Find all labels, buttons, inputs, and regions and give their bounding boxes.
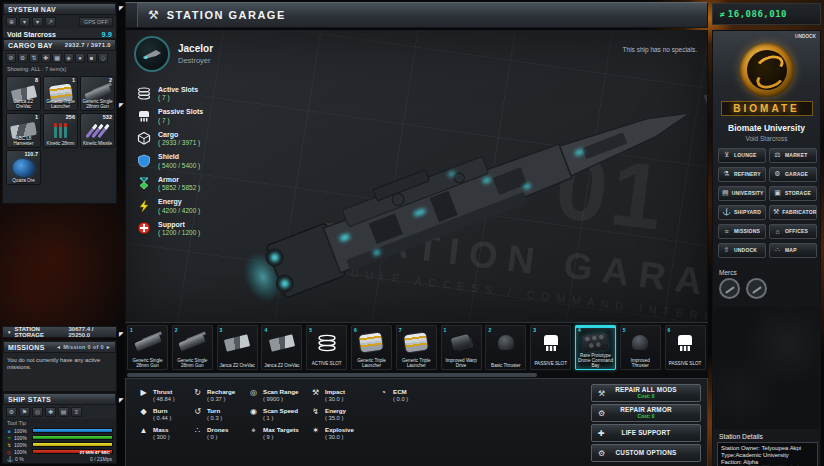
passive-slot-1[interactable]: 1 Improved Warp Drive <box>441 325 482 370</box>
undock-mini-link[interactable]: UNDOCK <box>795 34 816 39</box>
active-slot-3[interactable]: 3 Janca Z2 OreVac <box>217 325 258 370</box>
ship-stat-list: Active Slots ( 7 ) Passive Slots ( 7 ) C… <box>136 82 203 240</box>
cargo-item-kinetic-28mm[interactable]: 256 Kinetic 28mm <box>43 113 78 148</box>
prev-mission-icon[interactable]: ◄ <box>56 344 61 350</box>
merc-slot-2[interactable] <box>746 278 767 299</box>
waypoint-icon[interactable]: ▾ <box>19 17 30 27</box>
active-slot-6[interactable]: 6 Generic Triple Launcher <box>351 325 392 370</box>
passive-slot-6-empty[interactable]: 6 PASSIVE SLOT <box>665 325 706 370</box>
item-name: Kinetic 28mm <box>44 142 77 147</box>
passive-slot-2[interactable]: 2 Basic Thruster <box>485 325 526 370</box>
next-mission-icon[interactable]: ► <box>106 344 111 350</box>
storage-button[interactable]: ▣ STORAGE <box>769 186 817 201</box>
empty-passive-slot-icon <box>666 329 705 356</box>
repair-armor-button[interactable]: ⚙ REPAIR ARMOR Cost: 0 <box>591 404 701 422</box>
filter-blocks-icon[interactable]: ■ <box>87 53 97 63</box>
list-icon: ≡ <box>722 228 731 235</box>
refinery-button[interactable]: ⚗ REFINERY <box>718 167 766 182</box>
cargo-view-icon[interactable]: ▤ <box>58 407 69 417</box>
cursor-arrow-icon: ◤ <box>119 4 124 11</box>
flag-icon[interactable]: ⚑ <box>19 407 30 417</box>
custom-options-button[interactable]: ⚙ CUSTOM OPTIONS <box>591 444 701 462</box>
market-button[interactable]: ⚖ MARKET <box>769 148 817 163</box>
life-support-button[interactable]: ✚ LIFE SUPPORT <box>591 424 701 442</box>
filter-goods-icon[interactable]: ● <box>75 53 85 63</box>
eject-icon: ⇧ <box>722 246 731 254</box>
filter-all-icon[interactable]: ⊘ <box>6 53 16 63</box>
filter-mods-icon[interactable]: ⚙ <box>18 53 28 63</box>
active-slot-4[interactable]: 4 Janca Z2 OreVac <box>261 325 302 370</box>
speed-stat-row: ⚓ 0 % 0 / 21Mps <box>3 455 116 463</box>
travel-icon[interactable]: ↗ <box>45 17 56 27</box>
garage-button[interactable]: ⚙ GARAGE <box>769 167 817 182</box>
action-button-stack: ⚒ REPAIR ALL MODS Cost: 0 ⚙ REPAIR ARMOR… <box>591 384 701 462</box>
active-slot-5-empty[interactable]: 5 ACTIVE SLOT <box>306 325 347 370</box>
slot-number: 6 <box>354 327 357 333</box>
ship-viewport[interactable]: 01 STATION GARAGE MODULE ACCESS / COMMAN… <box>125 30 708 322</box>
turn-icon: ↺ <box>192 407 203 417</box>
scan-icon[interactable]: ⊕ <box>6 17 17 27</box>
mechanic-wrench-icon: ⚒ <box>148 8 159 22</box>
cargo-item-kinetic-missile[interactable]: 532 Kinetic Missile <box>80 113 115 148</box>
ship-identity: Jacelor Destroyer <box>134 36 213 72</box>
lounge-button[interactable]: ⊻ LOUNGE <box>718 148 766 163</box>
missions-header[interactable]: MISSIONS ◄ Mission 0 of 0 ► <box>3 341 116 353</box>
launcher-icon <box>352 329 391 356</box>
station-details-box: STROX Station Owner: Telyoupea Akpi Type… <box>717 442 818 466</box>
gear-icon[interactable]: ⚙ <box>6 407 17 417</box>
cargo-item-quaza-ore[interactable]: 110.7 Quaza Ore <box>6 150 41 185</box>
orb-icon[interactable]: ◎ <box>32 407 43 417</box>
map-button[interactable]: ∴ MAP <box>769 243 817 258</box>
cargo-item-harvester[interactable]: 1 ABC L8 Harvester <box>6 113 41 148</box>
ship-avatar[interactable] <box>134 36 170 72</box>
slot-number: 4 <box>264 327 267 333</box>
active-slot-1[interactable]: 1 Generic Single 28mm Gun <box>127 325 168 370</box>
filter-grid-icon[interactable]: ▦ <box>52 53 62 63</box>
passive-slot-3-empty[interactable]: 3 PASSIVE SLOT <box>530 325 571 370</box>
gps-toggle-button[interactable]: GPS OFF <box>79 17 113 27</box>
item-name: Generic Triple Launcher <box>44 100 77 110</box>
active-slot-2[interactable]: 2 Generic Single 28mm Gun <box>172 325 213 370</box>
no-specials-note: This ship has no specials. <box>623 46 697 53</box>
missions-title: MISSIONS <box>8 344 45 351</box>
stat-energy: Energy ( 4200 / 4200 ) <box>136 195 203 218</box>
repair-all-mods-button[interactable]: ⚒ REPAIR ALL MODS Cost: 0 <box>591 384 701 402</box>
sort-icon[interactable]: ⇅ <box>29 53 39 63</box>
stat-value: ( 7 ) <box>158 117 203 124</box>
ship-stats-panel: SHIP STATS ⚙ ⚑ ◎ ✚ ▤ ≡ Tool Tip ■ 100% ≑… <box>2 392 117 464</box>
stat-recharge: ↻ Recharge( 0.37 ) <box>192 388 235 402</box>
undock-button[interactable]: ⇧ UNDOCK <box>718 243 766 258</box>
cargo-item-orevac[interactable]: 8 Janca Z2 OreVac <box>6 76 41 111</box>
filter-misc-icon[interactable]: ◇ <box>98 53 108 63</box>
medic-icon[interactable]: ✚ <box>45 407 56 417</box>
slot-number: 6 <box>668 327 671 333</box>
list-icon[interactable]: ≡ <box>71 407 82 417</box>
active-slot-7[interactable]: 7 Generic Triple Launcher <box>396 325 437 370</box>
passive-slot-5[interactable]: 5 Improved Thruster <box>620 325 661 370</box>
ship-stats-header[interactable]: SHIP STATS <box>3 393 116 405</box>
cargo-item-28mm-gun[interactable]: 2 Generic Single 28mm Gun <box>80 76 115 111</box>
slot-number: 5 <box>623 327 626 333</box>
station-details-title: Station Details <box>719 433 763 440</box>
ship-stats-title: SHIP STATS <box>8 396 51 403</box>
filter-ore-icon[interactable]: ◈ <box>64 53 74 63</box>
offices-button[interactable]: ⌂ OFFICES <box>769 224 817 239</box>
fabricator-button[interactable]: ⚒ FABRICATOR <box>769 205 817 220</box>
slot-scrollbar-thumb[interactable] <box>127 373 537 377</box>
station-storage-bar[interactable]: ▼ STATION STORAGE 30677.4 / 25250.0 <box>2 326 117 338</box>
cargo-item-triple-launcher[interactable]: 1 Generic Triple Launcher <box>43 76 78 111</box>
armor-bar <box>32 435 113 441</box>
cargo-grid: 8 Janca Z2 OreVac 1 Generic Triple Launc… <box>3 74 116 187</box>
cargo-bay-header[interactable]: CARGO BAY 2932.7 / 3971.0 <box>3 39 116 51</box>
passive-slot-4-selected[interactable]: 4 Rare Prototype Drone Command Bay <box>575 325 616 370</box>
autopilot-icon[interactable]: ▾ <box>32 17 43 27</box>
filter-ammo-icon[interactable]: ✚ <box>41 53 51 63</box>
system-nav-header[interactable]: SYSTEM NAV <box>3 3 116 15</box>
item-count: 256 <box>66 114 75 120</box>
merc-slot-1[interactable] <box>719 278 740 299</box>
university-button[interactable]: ▤ UNIVERSITY <box>718 186 766 201</box>
repair-all-icon: ⚒ <box>598 388 605 397</box>
shipyard-button[interactable]: ⚓ SHIPYARD <box>718 205 766 220</box>
slot-number: 3 <box>533 327 536 333</box>
missions-button[interactable]: ≡ MISSIONS <box>718 224 766 239</box>
